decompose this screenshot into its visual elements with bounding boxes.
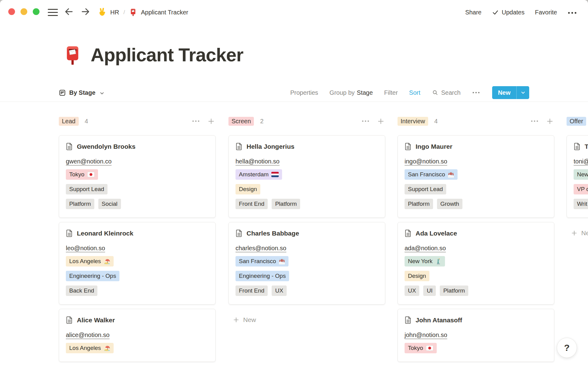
tag-row: Design (236, 184, 378, 194)
sort-button[interactable]: Sort (409, 89, 420, 96)
tag-engineering-ops: Engineering - Ops (66, 271, 119, 281)
card-t[interactable]: Ttoni@NewVP oWrit (567, 135, 588, 218)
card-title-row: John Atanasoff (405, 316, 547, 324)
tag-row: Los Angeles (66, 256, 209, 266)
card-gwendolyn-brooks[interactable]: Gwendolyn Brooksgwen@notion.coTokyoSuppo… (59, 135, 216, 218)
tag-row: Design (405, 271, 547, 281)
column-add-button[interactable] (377, 117, 385, 125)
group-by-button[interactable]: Group by Stage (330, 89, 373, 96)
tag-vp-o: VP o (574, 184, 588, 194)
tag-row: Engineering - Ops (236, 271, 378, 281)
card-ingo-maurer[interactable]: Ingo Maureringo@notion.soSan FranciscoSu… (398, 135, 554, 218)
card-email-link[interactable]: ada@notion.so (405, 245, 446, 252)
tag-tokyo: Tokyo (405, 343, 437, 353)
window-close-button[interactable] (8, 8, 15, 15)
card-email-link[interactable]: gwen@notion.co (66, 158, 111, 165)
new-record-button[interactable]: New (492, 86, 529, 99)
tag-row: San Francisco (236, 256, 378, 266)
tag-tokyo: Tokyo (66, 169, 98, 180)
tag-row: New York (405, 256, 547, 266)
page-icon (236, 143, 243, 150)
tag-label: Design (408, 273, 426, 279)
favorite-button[interactable]: Favorite (535, 9, 557, 16)
column-badge-screen[interactable]: Screen (228, 117, 254, 126)
tag-growth: Growth (437, 199, 462, 209)
tag-label: New York (408, 258, 432, 265)
view-toolbar: By Stage Properties Group by Stage Filte… (59, 84, 529, 101)
column-more-button[interactable] (530, 120, 539, 122)
column-badge-offer[interactable]: Offer (567, 117, 586, 126)
filter-button[interactable]: Filter (384, 89, 398, 96)
column-badge-lead[interactable]: Lead (59, 117, 79, 126)
help-button[interactable]: ? (557, 338, 577, 358)
column-header-screen: Screen2 (228, 116, 385, 126)
postbox-emoji-icon (129, 8, 137, 16)
window-minimize-button[interactable] (21, 8, 27, 15)
page-title-emoji-icon[interactable] (63, 45, 83, 65)
chevron-down-icon (100, 91, 104, 96)
properties-button[interactable]: Properties (290, 89, 318, 96)
forward-button[interactable] (80, 6, 91, 17)
add-card-button[interactable]: New (571, 229, 588, 237)
view-label: By Stage (69, 89, 96, 96)
statue-of-liberty-emoji-icon (435, 258, 442, 265)
new-button-label[interactable]: New (492, 86, 516, 99)
window-controls (8, 8, 40, 15)
card-charles-babbage[interactable]: Charles Babbagecharles@notion.soSan Fran… (228, 222, 385, 305)
tag-label: Writ (577, 201, 587, 207)
back-button[interactable] (64, 6, 74, 17)
column-add-button[interactable] (546, 117, 554, 125)
page-emoji-icon (129, 8, 137, 16)
card-title-row: Gwendolyn Brooks (66, 143, 209, 150)
card-hella-jongerius[interactable]: Hella Jongeriushella@notion.soAmsterdamD… (228, 135, 385, 218)
new-button-chevron-icon[interactable] (517, 86, 529, 99)
sidebar-toggle-button[interactable] (48, 9, 58, 16)
kanban-board: Lead4Gwendolyn Brooksgwen@notion.coTokyo… (0, 102, 588, 368)
column-more-button[interactable] (361, 120, 370, 122)
card-leonard-kleinrock[interactable]: Leonard Kleinrockleo@notion.soLos Angele… (59, 222, 216, 305)
view-switcher-by-stage[interactable]: By Stage (59, 89, 104, 96)
page-header: Applicant Tracker (63, 45, 243, 65)
search-button[interactable]: Search (432, 89, 461, 96)
column-count: 2 (260, 118, 263, 125)
add-card-button[interactable]: New (233, 316, 385, 324)
breadcrumb-workspace[interactable]: HR (110, 9, 119, 16)
tag-label: Platform (408, 201, 430, 207)
plus-icon (377, 117, 385, 125)
share-button[interactable]: Share (465, 9, 481, 16)
tag-row: Support Lead (66, 184, 209, 194)
card-title-row: Ada Lovelace (405, 229, 547, 237)
more-options-button[interactable] (567, 10, 577, 14)
card-email-link[interactable]: toni@ (574, 158, 588, 165)
card-alice-walker[interactable]: Alice Walkeralice@notion.soLos Angeles (59, 309, 216, 362)
dots-icon (567, 11, 577, 14)
card-title: John Atanasoff (416, 316, 462, 324)
card-email-link[interactable]: charles@notion.so (236, 245, 286, 252)
breadcrumb-page[interactable]: Applicant Tracker (141, 9, 188, 16)
dots-icon (192, 120, 200, 122)
column-badge-interview[interactable]: Interview (398, 117, 428, 126)
card-email-link[interactable]: ingo@notion.so (405, 158, 447, 165)
card-ada-lovelace[interactable]: Ada Lovelaceada@notion.soNew YorkDesignU… (398, 222, 554, 305)
tag-row: Los Angeles (66, 343, 209, 353)
tag-label: Platform (69, 201, 91, 207)
card-email-link[interactable]: leo@notion.so (66, 245, 105, 252)
toolbar-more-button[interactable] (472, 91, 480, 94)
page-title[interactable]: Applicant Tracker (91, 45, 243, 65)
updates-button[interactable]: Updates (492, 9, 525, 16)
column-more-button[interactable] (192, 120, 200, 122)
card-email-link[interactable]: hella@notion.so (236, 158, 280, 165)
search-icon (432, 89, 439, 96)
plus-icon (207, 117, 215, 125)
tag-ux: UX (272, 286, 286, 296)
board-column-interview: Interview4Ingo Maureringo@notion.soSan F… (398, 102, 554, 366)
tag-row: Front EndUX (236, 286, 378, 296)
add-card-label: New (581, 229, 588, 237)
window-zoom-button[interactable] (33, 8, 40, 15)
tag-row: New (574, 169, 588, 180)
card-email-link[interactable]: john@notion.so (405, 332, 447, 339)
tag-label: Tokyo (408, 345, 423, 351)
card-email-link[interactable]: alice@notion.so (66, 332, 110, 339)
card-john-atanasoff[interactable]: John Atanasoffjohn@notion.soTokyo (398, 309, 554, 362)
column-add-button[interactable] (207, 117, 215, 125)
